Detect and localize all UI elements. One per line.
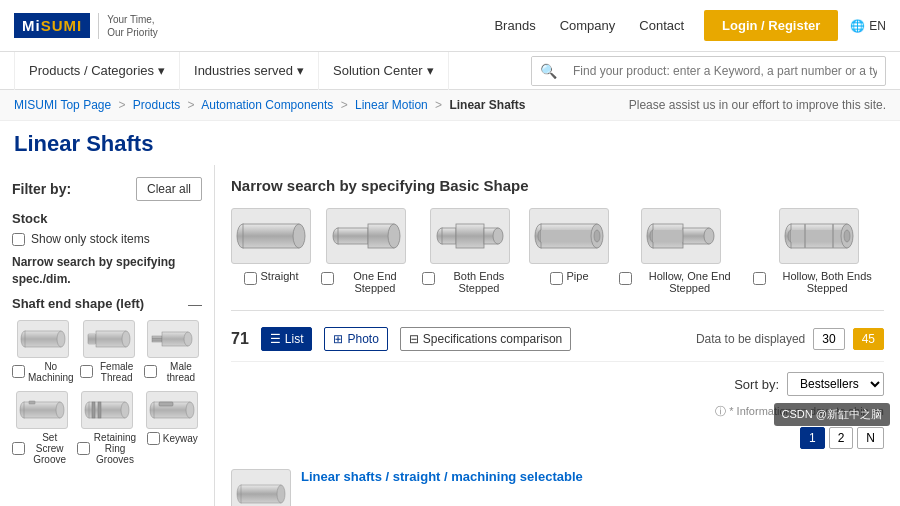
narrow-search-label: Narrow search by specifying spec./dim. xyxy=(12,254,202,288)
shaft-shape-svg xyxy=(20,324,66,354)
shape-label: Retaining Ring Grooves xyxy=(77,432,136,465)
list-view-button[interactable]: ☰ List xyxy=(261,327,313,351)
lang-label: EN xyxy=(869,19,886,33)
both-ends-stepped-img xyxy=(430,208,510,264)
svg-point-25 xyxy=(121,402,129,418)
count-45-button[interactable]: 45 xyxy=(853,328,884,350)
basic-shape-item: Straight xyxy=(231,208,311,294)
nav-industries[interactable]: Industries served ▾ xyxy=(180,52,319,90)
svg-rect-24 xyxy=(98,402,101,418)
table-icon: ⊟ xyxy=(409,332,419,346)
logo: MiSUMI xyxy=(14,13,90,38)
female-thread-img xyxy=(83,320,135,358)
basic-shape-svg xyxy=(784,213,854,259)
stock-label: Show only stock items xyxy=(31,232,150,246)
breadcrumb-automation[interactable]: Automation Components xyxy=(201,98,333,112)
svg-rect-57 xyxy=(791,230,847,242)
page-1-button[interactable]: 1 xyxy=(800,427,825,449)
stock-checkbox[interactable] xyxy=(12,233,25,246)
svg-point-9 xyxy=(122,331,130,347)
breadcrumb-home[interactable]: MISUMI Top Page xyxy=(14,98,111,112)
photo-view-label: Photo xyxy=(347,332,378,346)
shape-text: Male thread xyxy=(160,361,202,383)
shape-text: Retaining Ring Grooves xyxy=(93,432,136,465)
basic-shape-text: One End Stepped xyxy=(338,270,412,294)
page-title: Linear Shafts xyxy=(14,131,886,157)
minimize-icon[interactable]: — xyxy=(188,296,202,312)
nav-products-label: Products / Categories xyxy=(29,63,154,78)
spec-comparison-button[interactable]: ⊟ Specifications comparison xyxy=(400,327,571,351)
svg-point-2 xyxy=(57,331,65,347)
basic-shape-label: Straight xyxy=(244,270,299,285)
language-selector[interactable]: 🌐 EN xyxy=(850,19,886,33)
shape-checkbox[interactable] xyxy=(12,365,25,378)
nav-contact[interactable]: Contact xyxy=(639,18,684,33)
page-2-button[interactable]: 2 xyxy=(829,427,854,449)
data-display-label: Data to be displayed xyxy=(696,332,805,346)
clear-all-button[interactable]: Clear all xyxy=(136,177,202,201)
basic-shape-text: Pipe xyxy=(567,270,589,282)
watermark-text: CSDN @新缸中之脑 xyxy=(782,408,882,420)
basic-shape-checkbox-both-ends[interactable] xyxy=(422,272,435,285)
svg-rect-45 xyxy=(541,230,597,242)
shape-text: No Machining xyxy=(28,361,74,383)
chevron-down-icon: ▾ xyxy=(158,63,165,78)
logo-mi: Mi xyxy=(22,17,41,34)
svg-point-36 xyxy=(388,224,400,248)
nav-brands[interactable]: Brands xyxy=(494,18,535,33)
shape-checkbox[interactable] xyxy=(80,365,93,378)
photo-view-button[interactable]: ⊞ Photo xyxy=(324,327,387,351)
count-30-button[interactable]: 30 xyxy=(813,328,844,350)
basic-shape-item: Hollow, Both Ends Stepped xyxy=(753,208,884,294)
stock-checkbox-row: Show only stock items xyxy=(12,232,202,246)
shape-checkbox[interactable] xyxy=(147,432,160,445)
nav-products[interactable]: Products / Categories ▾ xyxy=(14,52,180,90)
basic-shape-item: One End Stepped xyxy=(321,208,412,294)
svg-rect-51 xyxy=(653,230,683,242)
shape-text: Set Screw Groove xyxy=(28,432,71,465)
tagline-line2: Our Priority xyxy=(107,26,158,39)
product-title[interactable]: Linear shafts / straight / machining sel… xyxy=(301,469,583,484)
breadcrumb-products[interactable]: Products xyxy=(133,98,180,112)
nav-industries-label: Industries served xyxy=(194,63,293,78)
info-icon: ⓘ xyxy=(715,405,726,417)
shape-checkbox[interactable] xyxy=(12,442,25,455)
basic-shape-checkbox-hollow-both[interactable] xyxy=(753,272,766,285)
basic-shape-svg xyxy=(534,213,604,259)
no-machining-img xyxy=(17,320,69,358)
svg-rect-19 xyxy=(29,401,35,404)
search-bar: 🔍 xyxy=(531,56,886,86)
login-register-button[interactable]: Login / Register xyxy=(704,10,838,41)
basic-shape-label: Pipe xyxy=(550,270,589,285)
basic-shape-checkbox-pipe[interactable] xyxy=(550,272,563,285)
search-input[interactable] xyxy=(565,58,885,84)
hollow-both-ends-img xyxy=(779,208,859,264)
header-nav: Brands Company Contact xyxy=(494,18,684,33)
basic-shape-checkbox-hollow-one[interactable] xyxy=(619,272,632,285)
basic-shape-svg xyxy=(435,213,505,259)
svg-point-53 xyxy=(704,228,714,244)
basic-shape-label: Both Ends Stepped xyxy=(422,270,519,294)
basic-shape-checkbox-one-end[interactable] xyxy=(321,272,334,285)
nav-solution[interactable]: Solution Center ▾ xyxy=(319,52,449,90)
shaft-shape-svg xyxy=(19,395,65,425)
tagline-line1: Your Time, xyxy=(107,13,158,26)
sort-bar: Sort by: Bestsellers xyxy=(231,372,884,396)
shape-checkbox[interactable] xyxy=(144,365,157,378)
shape-label: Keyway xyxy=(147,432,198,445)
nav-company[interactable]: Company xyxy=(560,18,616,33)
right-content: Narrow search by specifying Basic Shape … xyxy=(215,165,900,506)
basic-shape-label: One End Stepped xyxy=(321,270,412,294)
stock-section-title: Stock xyxy=(12,211,202,226)
sort-label: Sort by: xyxy=(734,377,779,392)
sort-select[interactable]: Bestsellers xyxy=(787,372,884,396)
main-content: Filter by: Clear all Stock Show only sto… xyxy=(0,165,900,506)
shaft-section-header: Shaft end shape (left) — xyxy=(12,296,202,312)
basic-shape-checkbox-straight[interactable] xyxy=(244,272,257,285)
shape-checkbox[interactable] xyxy=(77,442,90,455)
page-next-button[interactable]: N xyxy=(857,427,884,449)
shaft-shape-svg xyxy=(149,395,195,425)
breadcrumb-linear-motion[interactable]: Linear Motion xyxy=(355,98,428,112)
watermark: CSDN @新缸中之脑 xyxy=(774,403,890,426)
svg-rect-31 xyxy=(243,224,299,248)
